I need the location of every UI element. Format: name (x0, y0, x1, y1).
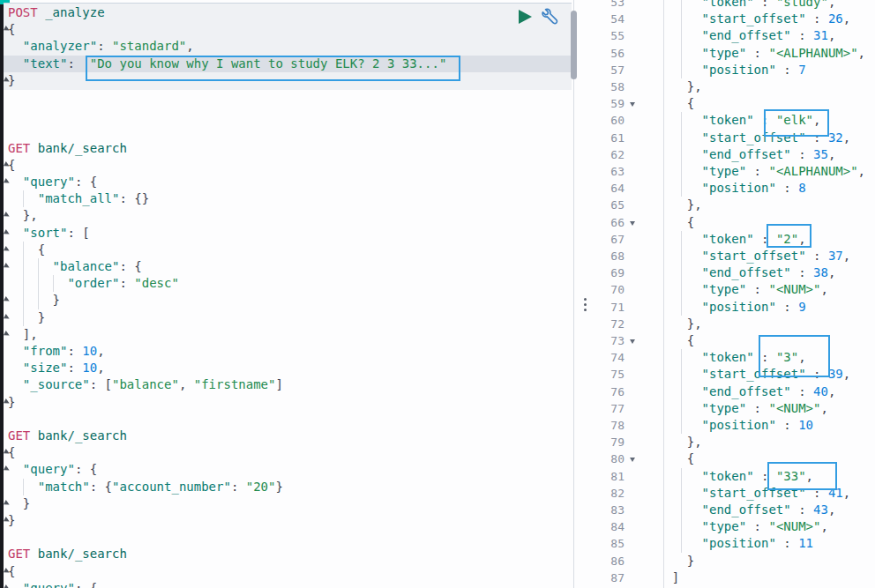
request-line[interactable]: "sort": [ (4, 225, 572, 242)
request-line[interactable]: "match": {"account_number": "20"} (4, 479, 572, 495)
request-line[interactable]: "balance": { (4, 258, 572, 275)
line-number: 69 (596, 264, 624, 281)
response-line[interactable]: 63 "type" : "<ALPHANUM>", (596, 163, 875, 180)
request-line[interactable]: "size": 10, (4, 360, 572, 376)
request-line[interactable]: } (4, 309, 572, 326)
response-line[interactable]: 81 "token" : "33", (596, 468, 875, 485)
response-line[interactable]: 56 "type" : "<ALPHANUM>", (596, 45, 875, 62)
code-token: , (828, 265, 835, 279)
response-line[interactable]: 87 ] (596, 569, 875, 586)
response-line[interactable]: 79 }, (596, 434, 875, 450)
line-number: 66 (596, 214, 624, 231)
response-line[interactable]: 72 }, (596, 316, 875, 332)
request-line[interactable]: { (4, 242, 572, 258)
request-line[interactable]: GET bank/_search (4, 428, 572, 444)
panel-resize-handle[interactable] (582, 296, 588, 313)
request-line[interactable]: } (4, 512, 572, 529)
request-line-text: GET bank/_search (8, 428, 127, 444)
request-line[interactable]: "analyzer": "standard", (4, 38, 572, 55)
request-line[interactable]: "_source": ["balance", "firstname"] (4, 376, 572, 393)
request-line-text: } (8, 72, 15, 89)
response-line[interactable]: 84 "type" : "<NUM>", (596, 518, 875, 535)
response-line[interactable]: 83 "end_offset" : 43, (596, 502, 875, 518)
request-editor[interactable]: POST _analyze{ "analyzer": "standard", "… (4, 0, 572, 588)
response-line[interactable]: 77 "type" : "<NUM>", (596, 400, 875, 417)
code-token: : (746, 164, 768, 178)
send-request-button[interactable] (519, 10, 532, 24)
response-line[interactable]: 54 "start_offset" : 26, (596, 11, 875, 27)
response-line[interactable]: 82 "start_offset" : 41, (596, 485, 875, 502)
response-line[interactable]: 74 "token" : "3", (596, 349, 875, 366)
request-line[interactable]: "query": { (4, 580, 572, 588)
response-line[interactable]: 55 "end_offset" : 31, (596, 27, 875, 44)
response-line[interactable]: 60 "token" : "elk", (596, 112, 875, 129)
response-line[interactable]: 62 "end_offset" : 35, (596, 146, 875, 163)
code-token: , (820, 519, 827, 533)
request-line[interactable]: "query": { (4, 461, 572, 478)
response-line[interactable]: 80 { (596, 450, 875, 467)
request-options-button[interactable] (541, 7, 560, 26)
response-line[interactable]: 69 "end_offset" : 38, (596, 264, 875, 281)
line-number: 58 (596, 78, 624, 95)
response-line[interactable]: 53 "token" : "study", (596, 0, 875, 11)
code-token: : [ (67, 226, 89, 240)
fold-down-icon[interactable] (630, 339, 635, 344)
response-line[interactable]: 73 { (596, 332, 875, 349)
response-line[interactable]: 85 "position" : 11 (596, 535, 875, 552)
request-line-text: } (8, 394, 15, 411)
request-line[interactable]: "query": { (4, 174, 572, 190)
response-line[interactable]: 71 "position" : 9 (596, 299, 875, 316)
response-line[interactable]: 86 } (596, 553, 875, 569)
scrollbar-thumb[interactable] (571, 11, 577, 79)
request-line[interactable]: "order": "desc" (4, 275, 572, 292)
request-line[interactable]: GET bank/_search (4, 546, 572, 562)
request-line[interactable]: { (4, 157, 572, 174)
response-line[interactable]: 65 }, (596, 197, 875, 213)
line-number: 71 (596, 299, 624, 316)
response-line[interactable]: 76 "end_offset" : 40, (596, 383, 875, 400)
response-line[interactable]: 75 "start_offset" : 39, (596, 366, 875, 383)
code-token: { (657, 451, 694, 465)
line-number: 87 (596, 569, 624, 586)
response-line[interactable]: 67 "token" : "2", (596, 231, 875, 248)
fold-down-icon[interactable] (630, 102, 635, 107)
request-line[interactable]: } (4, 495, 572, 512)
response-line[interactable]: 57 "position" : 7 (596, 62, 875, 78)
code-token: "_source" (23, 377, 90, 391)
request-line[interactable]: }, (4, 207, 572, 224)
response-line-text: } (657, 553, 694, 569)
request-line[interactable]: "from": 10, (4, 343, 572, 360)
request-line[interactable]: ], (4, 326, 572, 343)
request-line-text: { (8, 563, 15, 580)
response-line[interactable]: 61 "start_offset" : 32, (596, 130, 875, 146)
fold-down-icon[interactable] (630, 458, 635, 462)
response-line-text: "type" : "<ALPHANUM>", (657, 45, 865, 62)
request-line[interactable]: "match_all": {} (4, 190, 572, 207)
request-line[interactable]: } (4, 394, 572, 411)
code-token: "size" (23, 361, 68, 375)
request-line[interactable]: { (4, 21, 572, 38)
code-token: , (820, 282, 827, 296)
response-line[interactable]: 64 "position" : 8 (596, 180, 875, 197)
response-viewer[interactable]: 53 "token" : "study",54 "start_offset" :… (596, 0, 875, 588)
request-line[interactable]: POST _analyze (4, 4, 572, 21)
line-number: 65 (596, 197, 624, 213)
response-line[interactable]: 68 "start_offset" : 37, (596, 248, 875, 264)
request-line[interactable]: "text": "Do you know why I want to study… (4, 56, 572, 72)
code-token: , (843, 486, 850, 500)
code-token: bank/_search (38, 428, 127, 443)
fold-down-icon[interactable] (630, 221, 635, 226)
code-token: , (97, 361, 104, 375)
line-number: 80 (596, 450, 624, 467)
response-line[interactable]: 59 { (596, 95, 875, 112)
code-token (8, 377, 23, 391)
request-line[interactable]: { (4, 563, 572, 580)
request-line[interactable]: } (4, 292, 572, 309)
request-line[interactable]: { (4, 444, 572, 461)
request-line[interactable]: } (4, 72, 572, 89)
response-line[interactable]: 66 { (596, 214, 875, 231)
response-line[interactable]: 70 "type" : "<NUM>", (596, 281, 875, 298)
response-line[interactable]: 78 "position" : 10 (596, 417, 875, 434)
request-line[interactable]: GET bank/_search (4, 140, 572, 157)
response-line[interactable]: 58 }, (596, 78, 875, 95)
